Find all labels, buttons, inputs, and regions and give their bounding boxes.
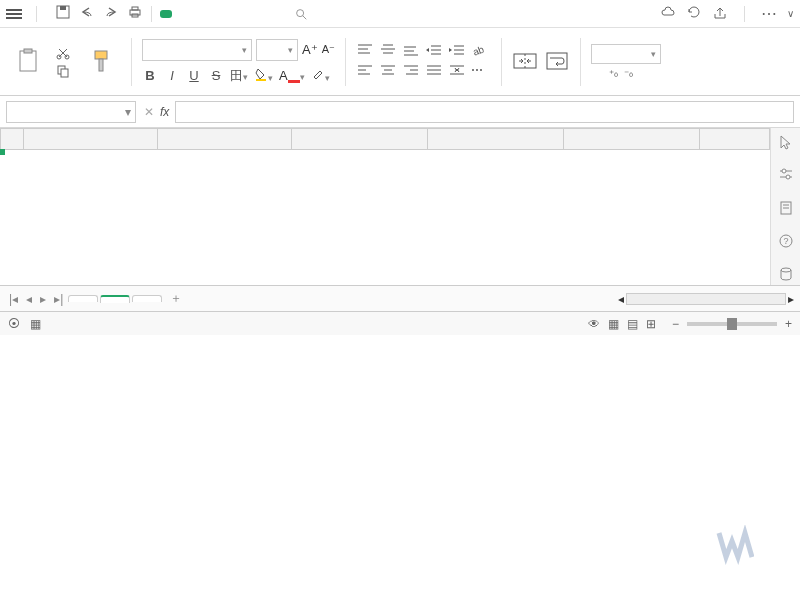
cloud-icon[interactable] (660, 4, 676, 23)
copy-button[interactable] (54, 63, 75, 79)
sheet-tabs: |◂ ◂ ▸ ▸| ＋ ◂ ▸ (0, 285, 800, 311)
more-icon[interactable]: ⋯ (761, 4, 777, 23)
svg-rect-8 (24, 49, 32, 53)
tab-page-layout[interactable] (184, 10, 196, 18)
record-macro-icon[interactable]: ⦿ (8, 317, 20, 331)
col-header-E[interactable] (564, 128, 700, 150)
backup-icon[interactable] (778, 266, 794, 285)
italic-button[interactable]: I (164, 68, 180, 83)
sheet-tab-1[interactable] (68, 295, 98, 302)
format-painter-button[interactable] (81, 45, 121, 79)
sheet-nav-prev[interactable]: ◂ (23, 292, 35, 306)
tab-smart-tools[interactable] (268, 10, 280, 18)
align-left-icon[interactable] (356, 63, 376, 80)
zoom-knob[interactable] (727, 318, 737, 330)
sheet-nav-next[interactable]: ▸ (37, 292, 49, 306)
formula-input[interactable] (175, 101, 794, 123)
tab-review[interactable] (220, 10, 232, 18)
status-cell-mode-icon[interactable]: ▦ (30, 317, 41, 331)
status-bar: ⦿ ▦ 👁 ▦ ▤ ⊞ − + (0, 311, 800, 335)
font-size-select[interactable]: ▾ (256, 39, 298, 61)
fill-color-button[interactable]: ▾ (254, 67, 273, 84)
strikethrough-button[interactable]: S (208, 68, 224, 83)
text-direction-icon[interactable]: ⋯ (471, 63, 491, 80)
align-middle-icon[interactable] (379, 43, 399, 60)
svg-rect-14 (99, 59, 103, 71)
reading-view-icon[interactable]: 👁 (588, 317, 600, 331)
horizontal-scrollbar[interactable]: ◂ ▸ (618, 292, 794, 306)
col-header-A[interactable] (24, 128, 158, 150)
cursor-icon[interactable] (778, 134, 794, 153)
cut-button[interactable] (54, 45, 75, 61)
collapse-ribbon-icon[interactable]: ∨ (787, 8, 794, 19)
scroll-left-icon[interactable]: ◂ (618, 292, 624, 306)
view-pagebreak-icon[interactable]: ⊞ (646, 317, 656, 331)
increase-decimal-button[interactable]: ⁺₀ (609, 68, 618, 79)
font-name-select[interactable]: ▾ (142, 39, 252, 61)
col-header-B[interactable] (158, 128, 292, 150)
col-header-extra[interactable] (700, 128, 770, 150)
zoom-out-button[interactable]: − (672, 317, 679, 331)
menu-icon[interactable] (6, 9, 22, 19)
font-color-button[interactable]: A▾ (279, 68, 305, 83)
refresh-icon[interactable] (686, 4, 702, 23)
col-header-C[interactable] (292, 128, 428, 150)
paste-button[interactable] (8, 45, 48, 79)
distribute-icon[interactable] (448, 63, 468, 80)
borders-button[interactable]: 田▾ (230, 67, 248, 85)
separator (151, 6, 152, 22)
increase-indent-icon[interactable] (448, 43, 468, 60)
number-format-select[interactable]: ▾ (591, 44, 661, 64)
name-box[interactable]: ▾ (6, 101, 136, 123)
sheet-tab-3[interactable] (132, 295, 162, 302)
sheet-nav-last[interactable]: ▸| (51, 292, 66, 306)
highlight-button[interactable]: ▾ (311, 67, 330, 84)
view-page-icon[interactable]: ▤ (627, 317, 638, 331)
view-normal-icon[interactable]: ▦ (608, 317, 619, 331)
tab-data[interactable] (208, 10, 220, 18)
scroll-track[interactable] (626, 293, 786, 305)
tab-formulas[interactable] (196, 10, 208, 18)
chevron-down-icon[interactable]: ▾ (125, 105, 131, 119)
undo-icon[interactable] (79, 4, 95, 23)
tab-member[interactable] (256, 10, 268, 18)
underline-button[interactable]: U (186, 68, 202, 83)
settings-slider-icon[interactable] (778, 167, 794, 186)
align-bottom-icon[interactable] (402, 43, 422, 60)
fx-icon[interactable]: fx (160, 105, 169, 119)
share-icon[interactable] (712, 4, 728, 23)
merge-center-button[interactable] (512, 50, 538, 74)
tab-insert[interactable] (172, 10, 184, 18)
tab-view[interactable] (232, 10, 244, 18)
tab-home[interactable] (160, 10, 172, 18)
decrease-indent-icon[interactable] (425, 43, 445, 60)
redo-icon[interactable] (103, 4, 119, 23)
decrease-decimal-button[interactable]: ⁻₀ (624, 68, 633, 79)
align-right-icon[interactable] (402, 63, 422, 80)
svg-rect-46 (514, 54, 536, 68)
align-center-icon[interactable] (379, 63, 399, 80)
sheet-tab-2[interactable] (100, 295, 130, 303)
add-sheet-button[interactable]: ＋ (170, 290, 182, 307)
col-header-D[interactable] (428, 128, 564, 150)
tab-developer[interactable] (244, 10, 256, 18)
orientation-icon[interactable]: ab (471, 43, 491, 60)
align-top-icon[interactable] (356, 43, 376, 60)
svg-rect-1 (60, 6, 66, 10)
wrap-text-button[interactable] (544, 50, 570, 74)
increase-font-icon[interactable]: A⁺ (302, 42, 318, 57)
zoom-slider[interactable] (687, 322, 777, 326)
bold-button[interactable]: B (142, 68, 158, 83)
decrease-font-icon[interactable]: A⁻ (322, 43, 335, 56)
select-all-corner[interactable] (0, 128, 24, 150)
search-box[interactable] (294, 7, 312, 21)
cancel-formula-icon[interactable]: ✕ (144, 105, 154, 119)
properties-icon[interactable] (778, 200, 794, 219)
print-icon[interactable] (127, 4, 143, 23)
zoom-in-button[interactable]: + (785, 317, 792, 331)
help-icon[interactable]: ? (778, 233, 794, 252)
save-icon[interactable] (55, 4, 71, 23)
justify-icon[interactable] (425, 63, 445, 80)
scroll-right-icon[interactable]: ▸ (788, 292, 794, 306)
sheet-nav-first[interactable]: |◂ (6, 292, 21, 306)
